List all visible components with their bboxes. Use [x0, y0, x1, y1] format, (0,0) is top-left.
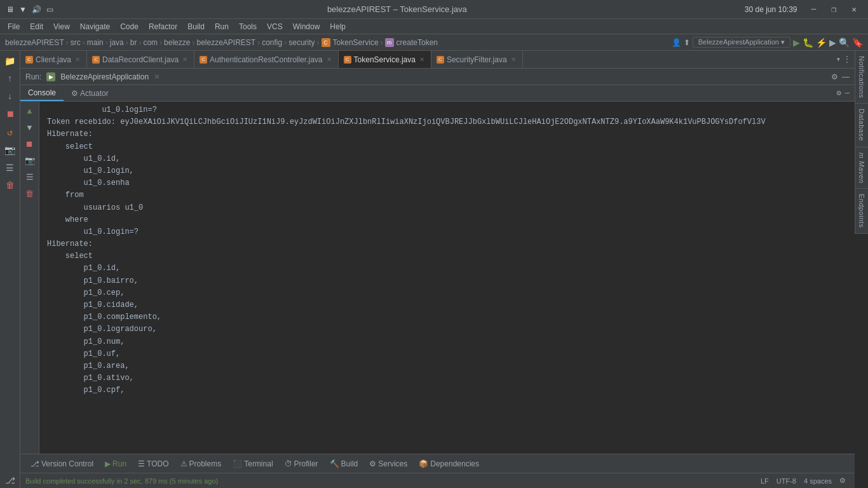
run-screenshot-icon[interactable]: 📷: [23, 154, 37, 168]
toolbar-problems[interactable]: ⚠ Problems: [175, 458, 227, 470]
breadcrumb-project[interactable]: belezzeAPIREST: [5, 38, 64, 47]
status-lf[interactable]: LF: [757, 477, 773, 485]
sidebar-git-icon[interactable]: ⎇: [3, 473, 18, 488]
tab-tokenservice-close[interactable]: ✕: [418, 55, 426, 64]
sidebar-down-icon[interactable]: ↓: [3, 89, 18, 104]
status-bar: Build completed successfully in 2 sec, 8…: [20, 473, 855, 488]
right-tab-maven[interactable]: m Maven: [855, 147, 868, 189]
status-settings-icon[interactable]: ⚙: [836, 477, 850, 485]
breadcrumb-user-icon[interactable]: 👤: [672, 38, 681, 47]
tab-client[interactable]: C Client.java ✕: [20, 51, 87, 68]
menu-tools[interactable]: Tools: [234, 21, 262, 32]
menu-navigate[interactable]: Navigate: [75, 21, 115, 32]
run-clear-icon[interactable]: 🗑: [23, 187, 37, 201]
close-button[interactable]: ✕: [846, 3, 862, 16]
breadcrumb-run-config[interactable]: BelezzeApirestApplication ▾: [693, 37, 790, 48]
toolbar-services[interactable]: ⚙ Services: [364, 458, 412, 470]
vcs-label: Version Control: [41, 459, 93, 468]
run-scroll-up-icon[interactable]: ▲: [23, 104, 37, 118]
breadcrumb-belezze[interactable]: belezze: [164, 38, 190, 47]
breadcrumb-src[interactable]: src: [71, 38, 81, 47]
tab-securityfilter[interactable]: C SecurityFilter.java ✕: [431, 51, 523, 68]
breadcrumb-security[interactable]: security: [288, 38, 315, 47]
tab-authrest[interactable]: C AuthenticationRestController.java ✕: [194, 51, 338, 68]
toolbar-todo[interactable]: ☰ TODO: [133, 458, 173, 470]
console-close-icon[interactable]: —: [845, 89, 850, 98]
sidebar-project-icon[interactable]: 📁: [3, 53, 18, 69]
breadcrumb-search-btn[interactable]: 🔍: [839, 37, 850, 48]
tab-tokenservice-label: TokenService.java: [354, 55, 416, 64]
console-settings-icon[interactable]: ⚙: [837, 88, 841, 98]
run-close-btn[interactable]: ✕: [154, 72, 160, 81]
minimize-button[interactable]: —: [806, 3, 822, 15]
right-tab-endpoints[interactable]: Endpoints: [855, 189, 868, 233]
breadcrumb-main[interactable]: main: [87, 38, 104, 47]
menu-vcs[interactable]: VCS: [262, 21, 288, 32]
sidebar-rerun-icon[interactable]: ↺: [3, 125, 18, 140]
toolbar-dependencies[interactable]: 📦 Dependencies: [414, 458, 484, 470]
profiler-icon: ⏱: [285, 459, 292, 468]
menu-bar: File Edit View Navigate Code Refactor Bu…: [0, 19, 868, 34]
status-message: Build completed successfully in 2 sec, 8…: [25, 477, 218, 485]
menu-code[interactable]: Code: [115, 21, 144, 32]
status-encoding[interactable]: UTF-8: [773, 477, 800, 485]
console-tab-console[interactable]: Console: [20, 85, 64, 101]
console-line-u1id: u1_0.id,: [39, 153, 855, 165]
run-settings-icon[interactable]: ⚙: [831, 72, 838, 81]
toolbar-terminal[interactable]: ⬛ Terminal: [227, 458, 278, 470]
run-stop-icon[interactable]: ⏹: [23, 137, 37, 151]
console-line-select2: select: [39, 250, 855, 262]
right-tab-database[interactable]: Database: [855, 104, 868, 147]
breadcrumb-createtoken[interactable]: createToken: [397, 38, 438, 47]
console-inner: ▲ ▼ ⏹ 📷 ☰ 🗑 u1_0.login=? Token recebido:…: [20, 102, 855, 454]
breadcrumb-br[interactable]: br: [130, 38, 137, 47]
toolbar-profiler[interactable]: ⏱ Profiler: [280, 458, 323, 470]
breadcrumb-tokenservice[interactable]: TokenService: [333, 38, 379, 47]
breadcrumb-controls: 👤 ⬆ BelezzeApirestApplication ▾ ▶ 🐛 ⚡ ▶ …: [672, 37, 863, 48]
console-line-where1: where: [39, 214, 855, 226]
toolbar-build[interactable]: 🔨 Build: [325, 458, 363, 470]
breadcrumb-belezze-api[interactable]: belezzeAPIREST: [196, 38, 255, 47]
sidebar-stop-icon[interactable]: ⏹: [3, 107, 18, 122]
terminal-label: Terminal: [244, 459, 273, 468]
right-tab-notifications[interactable]: Notifications: [855, 51, 868, 104]
breadcrumb-more-btn[interactable]: ⚡: [816, 37, 827, 48]
tab-tokenservice[interactable]: C TokenService.java ✕: [339, 51, 431, 69]
breadcrumb-java[interactable]: java: [110, 38, 124, 47]
run-bar: Run: ▶ BelezzeApirestApplication ✕ ⚙ —: [20, 69, 855, 85]
breadcrumb-bookmark-btn[interactable]: 🔖: [852, 37, 863, 48]
toolbar-run[interactable]: ▶ Run: [100, 458, 132, 470]
breadcrumb-com[interactable]: com: [143, 38, 158, 47]
sidebar-collapse-icon[interactable]: ☰: [3, 160, 18, 175]
run-scroll-down-icon[interactable]: ▼: [23, 121, 37, 135]
menu-edit[interactable]: Edit: [25, 21, 48, 32]
menu-view[interactable]: View: [48, 21, 75, 32]
status-indent[interactable]: 4 spaces: [800, 477, 836, 485]
run-menu-icon[interactable]: ☰: [23, 170, 37, 184]
maximize-button[interactable]: ❐: [826, 3, 841, 16]
breadcrumb-run2-btn[interactable]: ▶: [829, 37, 836, 48]
tab-datarecord-close[interactable]: ✕: [181, 55, 189, 64]
sidebar-screenshot-icon[interactable]: 📷: [3, 142, 18, 158]
tab-securityfilter-close[interactable]: ✕: [510, 55, 517, 64]
menu-window[interactable]: Window: [288, 21, 325, 32]
menu-run[interactable]: Run: [210, 21, 234, 32]
toolbar-version-control[interactable]: ⎇ Version Control: [25, 458, 98, 470]
console-output[interactable]: u1_0.login=? Token recebido: eyJ0eXAiOiJ…: [39, 102, 855, 454]
sidebar-trash-icon[interactable]: 🗑: [3, 178, 18, 193]
run-expand-icon[interactable]: —: [842, 72, 850, 81]
tab-datarecord[interactable]: C DataRecordClient.java ✕: [87, 51, 194, 68]
breadcrumb-config[interactable]: config: [262, 38, 282, 47]
menu-build[interactable]: Build: [182, 21, 210, 32]
tabs-overflow-btn[interactable]: ▾ ⋮: [832, 51, 855, 68]
menu-file[interactable]: File: [3, 21, 25, 32]
tab-client-close[interactable]: ✕: [74, 55, 81, 64]
sidebar-commit-icon[interactable]: ↑: [3, 71, 18, 86]
menu-help[interactable]: Help: [325, 21, 351, 32]
breadcrumb-debug-btn[interactable]: 🐛: [803, 37, 813, 48]
breadcrumb-arrow-icon[interactable]: ⬆: [684, 38, 690, 47]
tab-authrest-close[interactable]: ✕: [325, 55, 333, 64]
breadcrumb-run-btn[interactable]: ▶: [793, 37, 800, 48]
menu-refactor[interactable]: Refactor: [144, 21, 182, 32]
console-tab-actuator[interactable]: ⚙ Actuator: [64, 85, 116, 101]
